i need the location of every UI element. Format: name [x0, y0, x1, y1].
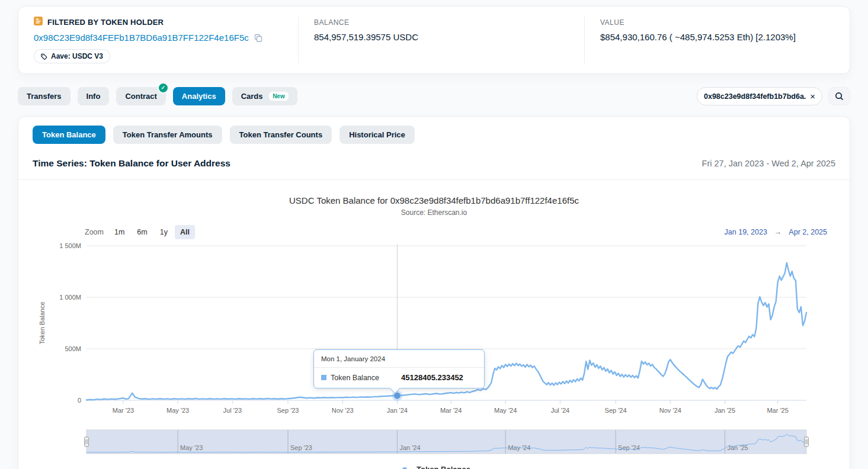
- verified-check-icon: ✓: [158, 82, 169, 94]
- svg-text:500M: 500M: [65, 345, 81, 352]
- section-heading-row: Time Series: Token Balance for User Addr…: [18, 158, 850, 180]
- name-tag[interactable]: Aave: USDC V3: [34, 49, 110, 63]
- value-value: $854,930,160.76 ( ~485,974.5253 Eth) [2.…: [600, 32, 834, 42]
- svg-text:1 000M: 1 000M: [59, 294, 81, 301]
- tooltip-date: Mon 1, January 2024: [321, 355, 477, 362]
- svg-text:Nov '24: Nov '24: [659, 407, 681, 414]
- svg-text:Jan '24: Jan '24: [387, 407, 408, 414]
- tab-transfers[interactable]: Transfers: [18, 87, 71, 105]
- svg-text:Mar '23: Mar '23: [113, 407, 134, 414]
- search-icon: [835, 92, 844, 101]
- chart-subtitle: Source: Etherscan.io: [18, 208, 850, 217]
- svg-text:Sep '23: Sep '23: [290, 444, 312, 451]
- svg-text:Token Balance: Token Balance: [39, 301, 46, 344]
- page: FILTERED BY TOKEN HOLDER 0x98C23E9d8f34F…: [0, 0, 868, 469]
- value-column: VALUE $854,930,160.76 ( ~485,974.5253 Et…: [584, 17, 850, 63]
- legend[interactable]: Token Balance: [18, 465, 850, 469]
- svg-text:Jul '23: Jul '23: [223, 407, 242, 414]
- series-color-swatch: [321, 375, 326, 380]
- page-title: Time Series: Token Balance for User Addr…: [33, 158, 230, 169]
- zoom-1y-button[interactable]: 1y: [155, 225, 173, 239]
- subtab-token-transfer-counts[interactable]: Token Transfer Counts: [230, 126, 332, 144]
- value-label: VALUE: [600, 18, 834, 27]
- svg-text:0: 0: [78, 397, 81, 404]
- svg-text:Sep '24: Sep '24: [605, 407, 627, 414]
- tab-analytics[interactable]: Analytics: [173, 87, 225, 105]
- zoom-all-button[interactable]: All: [175, 225, 195, 239]
- copy-icon[interactable]: [254, 34, 262, 42]
- balance-column: BALANCE 854,957,519.39575 USDC: [298, 17, 584, 63]
- subtab-token-transfer-amounts[interactable]: Token Transfer Amounts: [113, 126, 222, 144]
- chart-title: USDC Token Balance for 0x98c23e9d8f34fef…: [18, 195, 850, 205]
- clear-search-icon[interactable]: ×: [806, 92, 815, 101]
- balance-value: 854,957,519.39575 USDC: [314, 32, 569, 42]
- name-tag-label: Aave: USDC V3: [51, 52, 103, 60]
- svg-text:Jan '25: Jan '25: [715, 407, 735, 414]
- tooltip-series-name: Token Balance: [331, 374, 379, 382]
- subtab-historical-price[interactable]: Historical Price: [339, 126, 415, 144]
- filter-column: FILTERED BY TOKEN HOLDER 0x98C23E9d8f34F…: [18, 17, 298, 63]
- new-badge: New: [269, 92, 289, 101]
- date-range-text: Fri 27, Jan 2023 - Wed 2, Apr 2025: [702, 159, 835, 168]
- token-file-icon: [34, 17, 43, 27]
- svg-text:Sep '24: Sep '24: [618, 444, 640, 451]
- range-to-input[interactable]: Apr 2, 2025: [789, 228, 827, 236]
- svg-text:Sep '23: Sep '23: [277, 407, 299, 414]
- tab-info[interactable]: Info: [78, 87, 110, 105]
- svg-text:Mar '25: Mar '25: [767, 407, 788, 414]
- subtab-token-balance[interactable]: Token Balance: [33, 126, 105, 144]
- svg-text:1 500M: 1 500M: [59, 243, 81, 249]
- chart-block: USDC Token Balance for 0x98c23e9d8f34fef…: [18, 195, 850, 469]
- svg-text:Nov '23: Nov '23: [332, 407, 354, 414]
- svg-text:Jan '24: Jan '24: [399, 444, 420, 451]
- zoom-1m-button[interactable]: 1m: [109, 225, 130, 239]
- tab-contract[interactable]: Contract ✓: [116, 87, 165, 105]
- chart-tooltip: Mon 1, January 2024 Token Balance 451284…: [313, 349, 485, 388]
- search-input[interactable]: 0x98c23e9d8f34fefb1b7bd6a... ×: [697, 87, 822, 105]
- svg-text:May '24: May '24: [494, 407, 517, 414]
- search-value: 0x98c23e9d8f34fefb1b7bd6a...: [704, 92, 806, 101]
- svg-text:May '23: May '23: [180, 444, 203, 451]
- svg-text:Jul '24: Jul '24: [551, 407, 569, 414]
- holder-address-link[interactable]: 0x98C23E9d8f34FEFb1B7BD6a91B7FF122F4e16F…: [34, 33, 249, 43]
- chart-controls-row: Zoom 1m 6m 1y All Jan 19, 2023 → Apr 2, …: [85, 225, 827, 239]
- token-holder-summary-card: FILTERED BY TOKEN HOLDER 0x98C23E9d8f34F…: [18, 6, 850, 74]
- filter-label: FILTERED BY TOKEN HOLDER: [47, 18, 164, 27]
- tab-cards[interactable]: Cards New: [232, 87, 297, 105]
- svg-text:Mar '24: Mar '24: [440, 407, 462, 414]
- zoom-6m-button[interactable]: 6m: [132, 225, 152, 239]
- tabs-row: Transfers Info Contract ✓ Analytics Card…: [18, 87, 850, 105]
- svg-text:May '23: May '23: [166, 407, 189, 414]
- zoom-label: Zoom: [85, 228, 104, 236]
- legend-marker-icon: [398, 467, 412, 469]
- search-button[interactable]: [828, 87, 850, 105]
- chart-area[interactable]: 0500M1 000M1 500MToken BalanceMar '23May…: [18, 243, 850, 459]
- tag-icon: [41, 53, 47, 60]
- range-arrow-icon: →: [774, 228, 782, 236]
- tooltip-value: 45128405.233452: [401, 373, 463, 382]
- balance-label: BALANCE: [314, 18, 569, 27]
- range-from-input[interactable]: Jan 19, 2023: [725, 228, 767, 236]
- subtabs-row: Token Balance Token Transfer Amounts Tok…: [18, 126, 850, 144]
- legend-label: Token Balance: [417, 465, 470, 469]
- analytics-card: Token Balance Token Transfer Amounts Tok…: [18, 116, 850, 469]
